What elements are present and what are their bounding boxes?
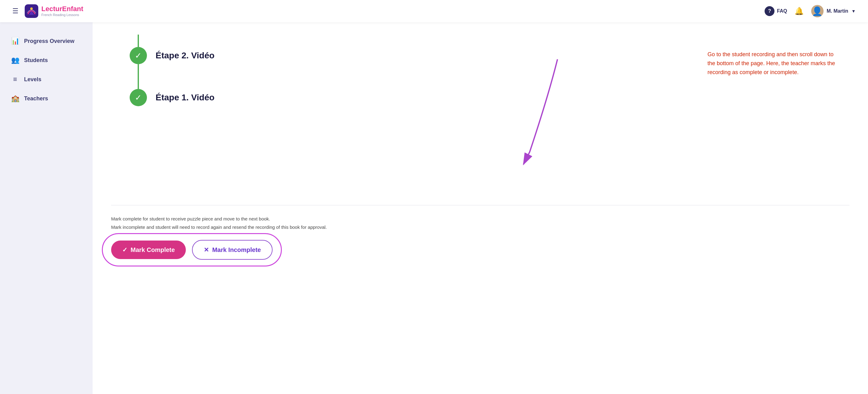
user-name: M. Martin bbox=[827, 8, 848, 14]
timeline-item-step2: ✓ Étape 2. Vidéo bbox=[130, 47, 215, 64]
logo-subtitle: French Reading Lessons bbox=[41, 13, 83, 17]
annotation-container: Go to the student recording and then scr… bbox=[708, 50, 837, 77]
user-menu[interactable]: 👤 M. Martin ▼ bbox=[811, 5, 856, 17]
annotation-text: Go to the student recording and then scr… bbox=[708, 50, 837, 77]
connector-1 bbox=[138, 64, 139, 89]
mark-incomplete-icon: ✕ bbox=[204, 246, 209, 253]
sidebar-item-label-progress: Progress Overview bbox=[24, 38, 74, 44]
faq-button[interactable]: ? FAQ bbox=[765, 6, 787, 16]
sidebar-item-progress-overview[interactable]: 📊 Progress Overview bbox=[0, 31, 93, 51]
header: ☰ LecturEnfant French Reading Lessons ? … bbox=[0, 0, 868, 22]
sidebar-item-levels[interactable]: ≡ Levels bbox=[0, 70, 93, 89]
main-content: ✓ Étape 2. Vidéo ✓ Étape 1. Vidéo Go to … bbox=[93, 22, 868, 394]
mark-complete-icon: ✓ bbox=[122, 246, 127, 253]
layout: 📊 Progress Overview 👥 Students ≡ Levels … bbox=[0, 22, 868, 394]
logo: LecturEnfant French Reading Lessons bbox=[25, 4, 83, 18]
instruction-line2: Mark incomplete and student will need to… bbox=[111, 223, 849, 231]
sidebar-item-teachers[interactable]: 🏫 Teachers bbox=[0, 89, 93, 108]
buttons-area: ✓ Mark Complete ✕ Mark Incomplete bbox=[111, 240, 273, 260]
step1-circle: ✓ bbox=[130, 89, 147, 106]
mark-incomplete-button[interactable]: ✕ Mark Incomplete bbox=[192, 240, 273, 260]
faq-label: FAQ bbox=[777, 8, 787, 14]
content-area: ✓ Étape 2. Vidéo ✓ Étape 1. Vidéo Go to … bbox=[111, 35, 849, 260]
mark-complete-label: Mark Complete bbox=[130, 246, 175, 253]
progress-overview-icon: 📊 bbox=[11, 37, 19, 45]
levels-icon: ≡ bbox=[11, 75, 19, 83]
step2-circle: ✓ bbox=[130, 47, 147, 64]
top-connector bbox=[138, 35, 139, 47]
mark-incomplete-label: Mark Incomplete bbox=[212, 246, 261, 253]
buttons-row: ✓ Mark Complete ✕ Mark Incomplete bbox=[111, 240, 273, 260]
faq-icon: ? bbox=[765, 6, 774, 16]
mark-complete-button[interactable]: ✓ Mark Complete bbox=[111, 241, 186, 259]
header-right: ? FAQ 🔔 👤 M. Martin ▼ bbox=[765, 5, 856, 17]
logo-icon bbox=[25, 4, 38, 18]
sidebar-item-label-students: Students bbox=[24, 57, 48, 64]
sidebar-item-students[interactable]: 👥 Students bbox=[0, 51, 93, 70]
timeline-item-step1: ✓ Étape 1. Vidéo bbox=[130, 89, 215, 106]
logo-text: LecturEnfant French Reading Lessons bbox=[41, 5, 83, 17]
header-left: ☰ LecturEnfant French Reading Lessons bbox=[12, 4, 83, 18]
sidebar-item-label-levels: Levels bbox=[24, 76, 41, 83]
user-dropdown-icon: ▼ bbox=[851, 9, 856, 13]
students-icon: 👥 bbox=[11, 56, 19, 64]
sidebar: 📊 Progress Overview 👥 Students ≡ Levels … bbox=[0, 22, 93, 394]
logo-name: LecturEnfant bbox=[41, 5, 83, 12]
menu-button[interactable]: ☰ bbox=[12, 7, 19, 15]
step2-label: Étape 2. Vidéo bbox=[156, 51, 215, 61]
section-divider bbox=[111, 205, 849, 205]
step1-label: Étape 1. Vidéo bbox=[156, 93, 215, 102]
teachers-icon: 🏫 bbox=[11, 94, 19, 102]
svg-point-1 bbox=[30, 7, 33, 10]
instruction-line1: Mark complete for student to receive puz… bbox=[111, 215, 849, 223]
sidebar-item-label-teachers: Teachers bbox=[24, 95, 48, 102]
notification-icon[interactable]: 🔔 bbox=[795, 7, 804, 16]
instructions: Mark complete for student to receive puz… bbox=[111, 215, 849, 231]
avatar: 👤 bbox=[811, 5, 824, 17]
